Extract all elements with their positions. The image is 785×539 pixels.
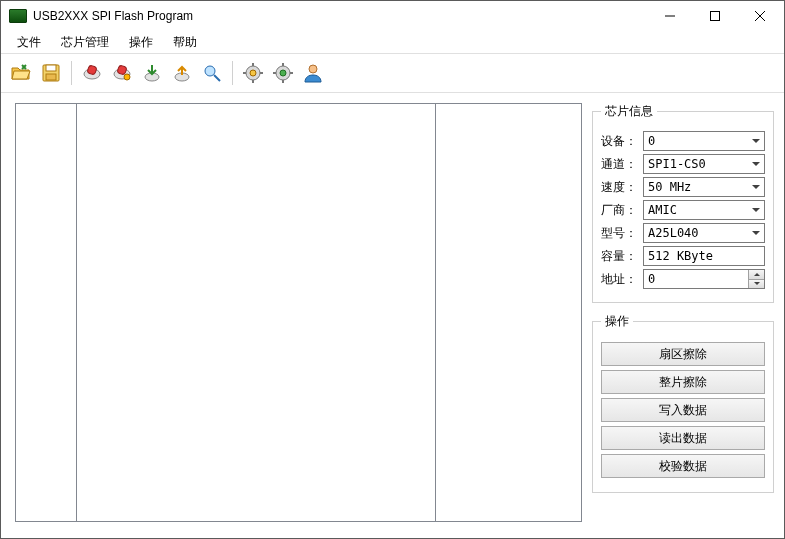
gear-green-icon[interactable] [269, 59, 297, 87]
sector-erase-button[interactable]: 扇区擦除 [601, 342, 765, 366]
svg-point-11 [124, 74, 130, 80]
svg-line-15 [214, 75, 220, 81]
erase-icon[interactable] [78, 59, 106, 87]
speed-label: 速度： [601, 179, 639, 196]
channel-label: 通道： [601, 156, 639, 173]
operations-legend: 操作 [601, 313, 633, 330]
window-controls [647, 2, 782, 30]
menu-op[interactable]: 操作 [119, 32, 163, 53]
write-data-button[interactable]: 写入数据 [601, 398, 765, 422]
operations-group: 操作 扇区擦除 整片擦除 写入数据 读出数据 校验数据 [592, 313, 774, 493]
menu-chip[interactable]: 芯片管理 [51, 32, 119, 53]
vendor-label: 厂商： [601, 202, 639, 219]
user-icon[interactable] [299, 59, 327, 87]
maximize-button[interactable] [692, 2, 737, 30]
write-icon[interactable] [138, 59, 166, 87]
read-icon[interactable] [168, 59, 196, 87]
title-bar: USB2XXX SPI Flash Program [1, 1, 784, 31]
toolbar-separator [232, 61, 233, 85]
address-label: 地址： [601, 271, 639, 288]
chevron-down-icon [752, 185, 760, 189]
device-select[interactable]: 0 [643, 131, 765, 151]
verify-data-button[interactable]: 校验数据 [601, 454, 765, 478]
app-window: USB2XXX SPI Flash Program 文件 芯片管理 操作 帮助 [0, 0, 785, 539]
read-data-button[interactable]: 读出数据 [601, 426, 765, 450]
toolbar [1, 54, 784, 93]
chip-erase-icon[interactable] [108, 59, 136, 87]
minimize-button[interactable] [647, 2, 692, 30]
chevron-down-icon [752, 231, 760, 235]
hex-view[interactable] [15, 103, 582, 522]
app-icon [9, 9, 27, 23]
svg-point-14 [205, 66, 215, 76]
hex-col-ascii [436, 104, 581, 521]
vendor-select[interactable]: AMIC [643, 200, 765, 220]
svg-point-17 [250, 70, 256, 76]
address-spinner[interactable]: 0 [643, 269, 765, 289]
spin-down-button[interactable] [748, 280, 764, 289]
speed-select[interactable]: 50 MHz [643, 177, 765, 197]
svg-rect-5 [46, 65, 56, 71]
chevron-down-icon [752, 162, 760, 166]
svg-rect-6 [46, 74, 56, 80]
chevron-up-icon [754, 273, 760, 276]
capacity-field: 512 KByte [643, 246, 765, 266]
menu-file[interactable]: 文件 [7, 32, 51, 53]
channel-select[interactable]: SPI1-CS0 [643, 154, 765, 174]
chevron-down-icon [752, 208, 760, 212]
chip-info-group: 芯片信息 设备： 0 通道： SPI1-CS0 速度： 50 MH [592, 103, 774, 303]
right-panel: 芯片信息 设备： 0 通道： SPI1-CS0 速度： 50 MH [592, 103, 774, 522]
spin-up-button[interactable] [748, 270, 764, 280]
device-label: 设备： [601, 133, 639, 150]
chevron-down-icon [754, 282, 760, 285]
toolbar-separator [71, 61, 72, 85]
svg-point-23 [280, 70, 286, 76]
svg-rect-1 [710, 12, 719, 21]
gear-yellow-icon[interactable] [239, 59, 267, 87]
hex-col-address [16, 104, 77, 521]
save-icon[interactable] [37, 59, 65, 87]
chip-erase-button[interactable]: 整片擦除 [601, 370, 765, 394]
menu-help[interactable]: 帮助 [163, 32, 207, 53]
client-area: 芯片信息 设备： 0 通道： SPI1-CS0 速度： 50 MH [1, 93, 784, 538]
chevron-down-icon [752, 139, 760, 143]
capacity-label: 容量： [601, 248, 639, 265]
hex-col-bytes [77, 104, 436, 521]
menu-bar: 文件 芯片管理 操作 帮助 [1, 31, 784, 54]
model-label: 型号： [601, 225, 639, 242]
window-title: USB2XXX SPI Flash Program [33, 9, 193, 23]
verify-icon[interactable] [198, 59, 226, 87]
open-file-icon[interactable] [7, 59, 35, 87]
model-select[interactable]: A25L040 [643, 223, 765, 243]
svg-point-28 [309, 65, 317, 73]
close-button[interactable] [737, 2, 782, 30]
chip-info-legend: 芯片信息 [601, 103, 657, 120]
